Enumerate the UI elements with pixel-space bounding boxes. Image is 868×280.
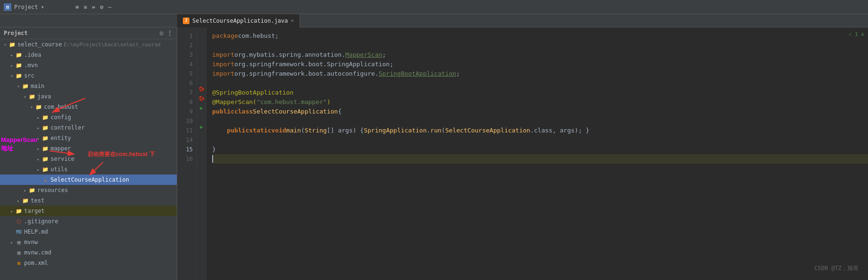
tree-item-resources[interactable]: 📁 resources bbox=[0, 185, 177, 195]
title-bar-left: ▤ Project ▾ ⊕ ≡ ⇌ ⚙ — bbox=[4, 3, 112, 11]
linenum-8: 8 bbox=[177, 97, 197, 107]
sidebar-gear-icon[interactable]: ⚙ bbox=[160, 29, 163, 37]
tree-item-service[interactable]: 📁 service bbox=[0, 154, 177, 164]
config-arrow bbox=[35, 115, 42, 120]
file-tree: 📁 select_course E:\myProject\back\select… bbox=[0, 39, 177, 268]
method-main: main bbox=[286, 126, 301, 135]
linenum-14: 14 bbox=[177, 135, 197, 145]
minimize-icon[interactable]: — bbox=[108, 4, 112, 10]
java-arrow bbox=[22, 94, 28, 99]
kw-public1: public bbox=[212, 107, 234, 116]
gitignore-icon: ⬡ bbox=[15, 218, 23, 225]
sync-icon[interactable]: ⇌ bbox=[92, 4, 95, 10]
line-numbers: 1 2 3 4 5 6 7 8 9 10 11 14 15 16 bbox=[177, 27, 197, 280]
idea-folder-icon: 📁 bbox=[15, 52, 23, 58]
code-line-8: @MapperScan("com.hebust.mapper") bbox=[212, 97, 868, 107]
editor-check-badge[interactable]: ✓ 1 ∧ bbox=[849, 31, 864, 37]
code-line-1: package com.hebust; bbox=[212, 31, 868, 41]
tree-item-config[interactable]: 📁 config bbox=[0, 112, 177, 122]
settings-icon[interactable]: ⚙ bbox=[100, 4, 103, 10]
kw-import3: import bbox=[212, 69, 234, 79]
tree-item-java[interactable]: 📁 java bbox=[0, 91, 177, 102]
gutter-9 bbox=[197, 113, 206, 122]
tab-bar: J SelectCourseApplication.java ✕ bbox=[0, 14, 868, 27]
sidebar-menu-icon[interactable]: ⋮ bbox=[166, 29, 173, 37]
linenum-7: 7 bbox=[177, 88, 197, 97]
linenum-16: 16 bbox=[177, 154, 197, 164]
ann-mapperscan-close: ) bbox=[327, 97, 331, 107]
gutter-run2-icon[interactable]: ▶ bbox=[197, 122, 206, 131]
globe-icon[interactable]: ⊕ bbox=[76, 4, 79, 10]
mapperscan-link: MapperScan bbox=[345, 50, 382, 60]
tree-item-utils[interactable]: 📁 utils bbox=[0, 164, 177, 175]
gutter-run-icon[interactable]: ▶ bbox=[197, 103, 206, 113]
idea-arrow bbox=[9, 52, 15, 58]
config-folder-icon: 📁 bbox=[42, 114, 49, 121]
array-args: [] args) { bbox=[327, 126, 364, 135]
tree-item-src[interactable]: 📁 src bbox=[0, 70, 177, 81]
mvnwcmd-label: mvnw.cmd bbox=[24, 249, 52, 256]
sidebar-header: Project ⚙ ⋮ bbox=[0, 27, 177, 39]
mapperscan-value: "com.hebust.mapper" bbox=[257, 97, 327, 107]
tree-item-selectcourse[interactable]: ☕ SelectCourseApplication bbox=[0, 175, 177, 185]
project-dropdown[interactable]: ▾ bbox=[41, 4, 44, 10]
run-args: ( bbox=[441, 126, 445, 135]
gitignore-label: .gitignore bbox=[24, 218, 58, 225]
mapper-arrow bbox=[35, 146, 42, 151]
tree-root[interactable]: 📁 select_course E:\myProject\back\select… bbox=[0, 39, 177, 50]
tree-item-mapper[interactable]: 📁 mapper bbox=[0, 143, 177, 154]
code-line-2 bbox=[212, 41, 868, 50]
gutter-5 bbox=[197, 65, 206, 75]
tree-item-mvn[interactable]: 📁 .mvn bbox=[0, 60, 177, 70]
resources-folder-icon: 📁 bbox=[28, 187, 36, 193]
code-line-7: @SpringBootApplication bbox=[212, 88, 868, 97]
tree-item-comhebust[interactable]: 📁 com.hebust bbox=[0, 102, 177, 112]
list-icon[interactable]: ≡ bbox=[84, 4, 87, 10]
controller-folder-icon: 📁 bbox=[42, 124, 49, 131]
root-path: E:\myProject\back\select_course bbox=[64, 42, 161, 48]
tab-select-course-application[interactable]: J SelectCourseApplication.java ✕ bbox=[177, 14, 300, 27]
controller-arrow bbox=[35, 125, 42, 131]
code-line-11: public static void main(String[] args) {… bbox=[212, 126, 868, 135]
gutter-bean-icon[interactable]: 🫘 bbox=[197, 84, 206, 94]
tab-close-button[interactable]: ✕ bbox=[291, 18, 294, 24]
tree-item-mvnwcmd[interactable]: ▤ mvnw.cmd bbox=[0, 247, 177, 258]
semi1: ; bbox=[382, 50, 386, 60]
gutter-14 bbox=[197, 150, 206, 160]
controller-label: controller bbox=[51, 124, 85, 131]
tree-item-entity[interactable]: 📁 entity bbox=[0, 133, 177, 143]
gutter-12 bbox=[197, 131, 206, 141]
comhebust-folder-icon: 📁 bbox=[35, 104, 43, 110]
mvnw-arrow bbox=[9, 240, 15, 245]
mapper-label: mapper bbox=[51, 145, 71, 152]
java-file-icon: J bbox=[183, 18, 189, 24]
code-line-9: public class SelectCourseApplication { bbox=[212, 107, 868, 116]
kw-import2: import bbox=[212, 60, 234, 69]
test-label: test bbox=[31, 197, 44, 204]
tree-item-target[interactable]: 📁 target bbox=[0, 206, 177, 216]
pomxml-label: pom.xml bbox=[24, 260, 48, 266]
tree-item-mvnw[interactable]: ▤ mvnw bbox=[0, 237, 177, 247]
tree-item-helpmd[interactable]: MD HELP.md bbox=[0, 227, 177, 237]
src-arrow bbox=[9, 73, 15, 79]
linenum-3: 3 bbox=[177, 50, 197, 60]
class-name: SelectCourseApplication bbox=[253, 107, 338, 116]
tree-item-controller[interactable]: 📁 controller bbox=[0, 122, 177, 133]
java-label: java bbox=[37, 93, 51, 100]
tree-item-test[interactable]: 📁 test bbox=[0, 195, 177, 206]
title-bar: ▤ Project ▾ ⊕ ≡ ⇌ ⚙ — bbox=[0, 0, 868, 14]
gutter-bean2-icon[interactable]: 🫘 bbox=[197, 94, 206, 103]
entity-arrow bbox=[35, 136, 42, 141]
selcourse-ref: SelectCourseApplication bbox=[445, 126, 530, 135]
mapper-folder-icon: 📁 bbox=[42, 145, 49, 152]
code-editor: 1 2 3 4 5 6 7 8 9 10 11 14 15 16 bbox=[177, 27, 868, 280]
utils-folder-icon: 📁 bbox=[42, 166, 49, 173]
target-label: target bbox=[24, 208, 44, 214]
linenum-4: 4 bbox=[177, 60, 197, 69]
tree-item-pomxml[interactable]: m pom.xml bbox=[0, 258, 177, 268]
tree-item-main[interactable]: 📁 main bbox=[0, 81, 177, 91]
entity-label: entity bbox=[51, 135, 71, 141]
tree-item-idea[interactable]: 📁 .idea bbox=[0, 50, 177, 60]
project-icon: ▤ bbox=[4, 3, 11, 11]
tree-item-gitignore[interactable]: ⬡ .gitignore bbox=[0, 216, 177, 227]
